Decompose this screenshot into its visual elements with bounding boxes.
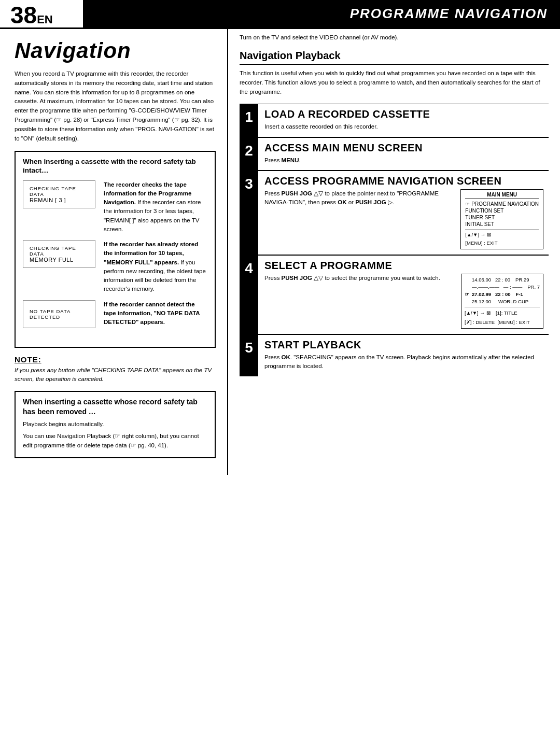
section-title-bar: PROGRAMME NAVIGATION bbox=[83, 0, 560, 27]
nav-playback-desc: This function is useful when you wish to… bbox=[240, 69, 549, 96]
prog-time-2: — : —— bbox=[503, 284, 522, 291]
menu-box-footer-2: [MENU] : EXIT bbox=[465, 239, 539, 246]
removed-text-1: Playback begins automatically. bbox=[23, 420, 207, 429]
inserting-cassette-section: When inserting a cassette with the recor… bbox=[15, 151, 216, 348]
step-4-heading: SELECT A PROGRAMME bbox=[264, 260, 543, 272]
tape-desc-1: The recorder checks the tape information… bbox=[104, 180, 207, 234]
tape-row-3: NO TAPE DATA DETECTED If the recorder ca… bbox=[23, 300, 207, 333]
prog-date-1: 14.06.00 bbox=[472, 276, 491, 284]
step-4: 4 SELECT A PROGRAMME Press PUSH JOG △▽ t… bbox=[240, 255, 549, 335]
step-3-ok: OK bbox=[338, 199, 346, 205]
tape-row-2: CHECKING TAPE DATA MEMORY FULL If the re… bbox=[23, 240, 207, 294]
step-1-desc: Insert a cassette recorded on this recor… bbox=[264, 122, 543, 131]
menu-item-initial-set: INITIAL SET bbox=[465, 221, 539, 228]
note-title: NOTE: bbox=[15, 355, 216, 364]
menu-item-prog-nav: PROGRAMME NAVIGATION bbox=[465, 201, 539, 207]
note-text: If you press any button while "CHECKING … bbox=[15, 366, 216, 384]
menu-box-title: MAIN MENU bbox=[465, 192, 539, 199]
prog-footer-2: [✗] : DELETE [MENU] : EXIT bbox=[465, 319, 540, 326]
step-3-inner: Press PUSH JOG △▽ to place the pointer n… bbox=[264, 189, 543, 249]
tape-label-2b: MEMORY FULL bbox=[30, 257, 89, 263]
removed-section-title: When inserting a cassette whose record s… bbox=[23, 397, 207, 417]
section-title: PROGRAMME NAVIGATION bbox=[350, 6, 548, 22]
tape-desc-3: If the recorder cannot detect the tape i… bbox=[104, 300, 207, 327]
top-note: Turn on the TV and select the VIDEO chan… bbox=[240, 34, 549, 45]
step-2: 2 ACCESS MAIN MENU SCREEN Press MENU. bbox=[240, 137, 549, 171]
step-2-bold: MENU bbox=[282, 157, 299, 163]
tape-display-3: NO TAPE DATA DETECTED bbox=[23, 300, 95, 328]
step-1-number: 1 bbox=[240, 104, 258, 136]
prog-pr-2: PR. 7 bbox=[527, 284, 540, 291]
tape-desc-2: If the recorder has already stored the i… bbox=[104, 240, 207, 294]
menu-box-footer-1: [▲/▼] → ⊠ bbox=[465, 231, 539, 238]
step-4-content: SELECT A PROGRAMME Press PUSH JOG △▽ to … bbox=[258, 255, 549, 334]
step-2-number: 2 bbox=[240, 137, 258, 170]
tape-box-3: NO TAPE DATA DETECTED bbox=[23, 300, 95, 333]
step-3: 3 ACCESS PROGRAMME NAVIGATION SCREEN Pre… bbox=[240, 171, 549, 255]
tape-box-2: CHECKING TAPE DATA MEMORY FULL bbox=[23, 240, 95, 273]
tape-display-2: CHECKING TAPE DATA MEMORY FULL bbox=[23, 240, 95, 268]
tape-label-1b: REMAIN [ 3 ] bbox=[30, 197, 89, 203]
tape-desc-3-bold: If the recorder cannot detect the tape i… bbox=[104, 301, 200, 326]
right-column: Turn on the TV and select the VIDEO chan… bbox=[228, 29, 560, 475]
page-title: Navigation bbox=[15, 38, 216, 63]
tape-label-1a: CHECKING TAPE DATA bbox=[30, 186, 89, 197]
prog-row-1: 14.06.00 22 : 00 PR.29 bbox=[465, 276, 540, 284]
main-layout: Navigation When you record a TV programm… bbox=[0, 29, 560, 475]
page-number-block: 38 EN bbox=[0, 0, 83, 27]
step-3-content: ACCESS PROGRAMME NAVIGATION SCREEN Press… bbox=[258, 171, 549, 255]
prog-footer-1: [▲/▼] → ⊠ [1]: TITLE bbox=[465, 309, 540, 317]
prog-date-3: 27.02.99 bbox=[472, 291, 491, 298]
tape-display-1: CHECKING TAPE DATA REMAIN [ 3 ] bbox=[23, 180, 95, 208]
prog-row-2: —.——.—— — : —— PR. 7 bbox=[465, 284, 540, 291]
note-section: NOTE: If you press any button while "CHE… bbox=[15, 355, 216, 384]
tape-label-2a: CHECKING TAPE DATA bbox=[30, 245, 89, 257]
page-header: 38 EN PROGRAMME NAVIGATION bbox=[0, 0, 560, 29]
step-5-ok: OK bbox=[282, 354, 290, 360]
prog-time-1: 22 : 00 bbox=[495, 276, 510, 284]
tape-label-3a: NO TAPE DATA DETECTED bbox=[30, 308, 89, 320]
step-5-heading: START PLAYBACK bbox=[264, 339, 543, 351]
prog-time-3: 22 : 00 bbox=[495, 291, 511, 298]
step-4-desc: Press PUSH JOG △▽ to select the programm… bbox=[264, 274, 457, 283]
step-4-text: Press PUSH JOG △▽ to select the programm… bbox=[264, 274, 457, 283]
step-3-heading: ACCESS PROGRAMME NAVIGATION SCREEN bbox=[264, 175, 543, 187]
menu-item-function-set: FUNCTION SET bbox=[465, 207, 539, 214]
left-column: Navigation When you record a TV programm… bbox=[0, 29, 228, 475]
inserting-section-title: When inserting a cassette with the recor… bbox=[23, 157, 207, 175]
step-3-desc: Press PUSH JOG △▽ to place the pointer n… bbox=[264, 189, 455, 207]
step-5-desc: Press OK. "SEARCHING" appears on the TV … bbox=[264, 353, 543, 371]
step-3-text: Press PUSH JOG △▽ to place the pointer n… bbox=[264, 189, 455, 207]
step-1-heading: LOAD A RECORDED CASSETTE bbox=[264, 108, 543, 120]
main-menu-box: MAIN MENU PROGRAMME NAVIGATION FUNCTION … bbox=[460, 189, 543, 249]
prog-pr-1: PR.29 bbox=[515, 276, 529, 284]
programme-list-box: 14.06.00 22 : 00 PR.29 —.——.—— — : —— PR… bbox=[461, 274, 543, 329]
nav-playback-title: Navigation Playback bbox=[240, 50, 549, 65]
page-number-suffix: EN bbox=[37, 13, 53, 26]
prog-pr-4: WORLD CUP bbox=[498, 298, 528, 305]
menu-box-divider bbox=[465, 229, 539, 230]
intro-text: When you record a TV programme with this… bbox=[15, 69, 216, 144]
step-2-content: ACCESS MAIN MENU SCREEN Press MENU. bbox=[258, 137, 549, 170]
page-number: 38 bbox=[10, 3, 37, 27]
step-4-push-jog: PUSH JOG bbox=[282, 275, 312, 281]
step-5-content: START PLAYBACK Press OK. "SEARCHING" app… bbox=[258, 334, 549, 376]
prog-date-2: —.——.—— bbox=[472, 284, 499, 291]
tape-box-1: CHECKING TAPE DATA REMAIN [ 3 ] bbox=[23, 180, 95, 214]
step-3-push-jog2: PUSH JOG bbox=[355, 199, 386, 205]
prog-date-4: 25.12.00 bbox=[472, 298, 491, 305]
step-5-number: 5 bbox=[240, 334, 258, 376]
step-3-number: 3 bbox=[240, 171, 258, 255]
step-3-push-jog: PUSH JOG bbox=[282, 190, 312, 196]
tape-row-1: CHECKING TAPE DATA REMAIN [ 3 ] The reco… bbox=[23, 180, 207, 234]
step-4-number: 4 bbox=[240, 255, 258, 334]
prog-row-4: 25.12.00 WORLD CUP bbox=[465, 298, 540, 305]
menu-item-tuner-set: TUNER SET bbox=[465, 214, 539, 221]
step-4-inner: Press PUSH JOG △▽ to select the programm… bbox=[264, 274, 543, 329]
step-1: 1 LOAD A RECORDED CASSETTE Insert a cass… bbox=[240, 104, 549, 137]
removed-text-2: You can use Navigation Playback (☞ right… bbox=[23, 432, 207, 450]
prog-pr-3: F-1 bbox=[516, 291, 523, 298]
step-5: 5 START PLAYBACK Press OK. "SEARCHING" a… bbox=[240, 334, 549, 376]
prog-box-divider bbox=[465, 307, 540, 307]
step-2-desc: Press MENU. bbox=[264, 156, 543, 165]
